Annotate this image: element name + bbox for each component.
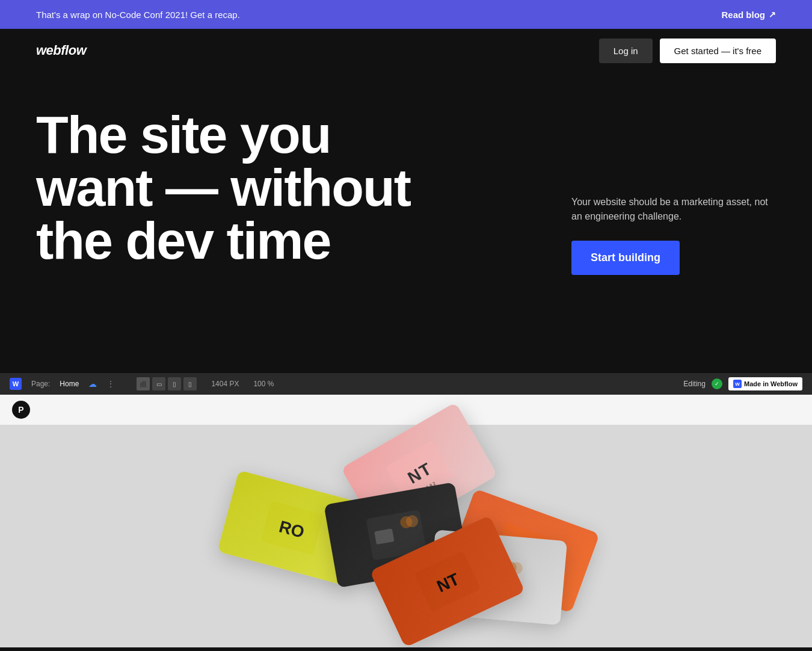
- headline-line3: the dev time: [36, 211, 330, 270]
- headline-line2: want — without: [36, 158, 410, 217]
- px-width-label: 1404 PX: [211, 380, 239, 388]
- desktop-viewport-icon[interactable]: ⬛: [137, 377, 150, 390]
- read-blog-link[interactable]: Read blog ↗: [721, 10, 776, 20]
- product-preview: P NT 5359 7192 6934 8153 RO RO: [0, 395, 812, 647]
- cards-display-area: NT 5359 7192 6934 8153 RO RO: [135, 395, 677, 647]
- nav-actions: Log in Get started — it's free: [599, 39, 776, 63]
- made-in-webflow-label: Made in Webflow: [744, 380, 798, 387]
- hero-right: Your website should be a marketing asset…: [571, 108, 776, 349]
- read-blog-label: Read blog: [721, 10, 765, 20]
- webflow-badge-logo: W: [733, 380, 742, 388]
- announcement-text: That's a wrap on No-Code Conf 2021! Get …: [36, 10, 240, 20]
- hero-subtext: Your website should be a marketing asset…: [571, 195, 776, 224]
- tablet-viewport-icon[interactable]: ▭: [152, 377, 165, 390]
- headline-line1: The site you: [36, 105, 330, 164]
- designer-toolbar: W Page: Home ☁ ⋮ ⬛ ▭ ▯ ▯ 1404 PX 100 % E…: [0, 373, 812, 395]
- tablet-portrait-icon[interactable]: ▯: [168, 377, 181, 390]
- get-started-button[interactable]: Get started — it's free: [660, 39, 776, 63]
- publish-status-icon[interactable]: ✓: [712, 378, 722, 389]
- hero-headline: The site you want — without the dev time: [36, 108, 457, 267]
- zoom-label: 100 %: [253, 380, 274, 388]
- made-in-webflow-badge[interactable]: W Made in Webflow: [728, 377, 802, 390]
- page-name-label[interactable]: Home: [60, 380, 79, 388]
- viewport-controls: ⬛ ▭ ▯ ▯: [137, 377, 197, 390]
- navigation: webflow Log in Get started — it's free: [0, 29, 812, 72]
- brand-logo-icon: P: [12, 401, 30, 419]
- hero-left: The site you want — without the dev time: [36, 108, 571, 349]
- sync-icon: ☁: [88, 379, 97, 389]
- mobile-viewport-icon[interactable]: ▯: [183, 377, 197, 390]
- login-button[interactable]: Log in: [599, 39, 653, 63]
- toolbar-right: Editing ✓ W Made in Webflow: [683, 377, 802, 390]
- start-building-button[interactable]: Start building: [571, 241, 680, 275]
- hero-section: The site you want — without the dev time…: [0, 72, 812, 349]
- webflow-w-icon: W: [10, 378, 22, 390]
- edit-mode-label[interactable]: Editing: [683, 380, 706, 388]
- page-prefix-label: Page:: [31, 380, 50, 388]
- testimonial-section: Ed Ung: [0, 647, 812, 651]
- more-options-icon[interactable]: ⋮: [106, 379, 115, 389]
- external-link-icon: ↗: [769, 10, 776, 19]
- brand-letter: P: [18, 405, 23, 415]
- announcement-bar: That's a wrap on No-Code Conf 2021! Get …: [0, 0, 812, 29]
- webflow-logo[interactable]: webflow: [36, 43, 86, 58]
